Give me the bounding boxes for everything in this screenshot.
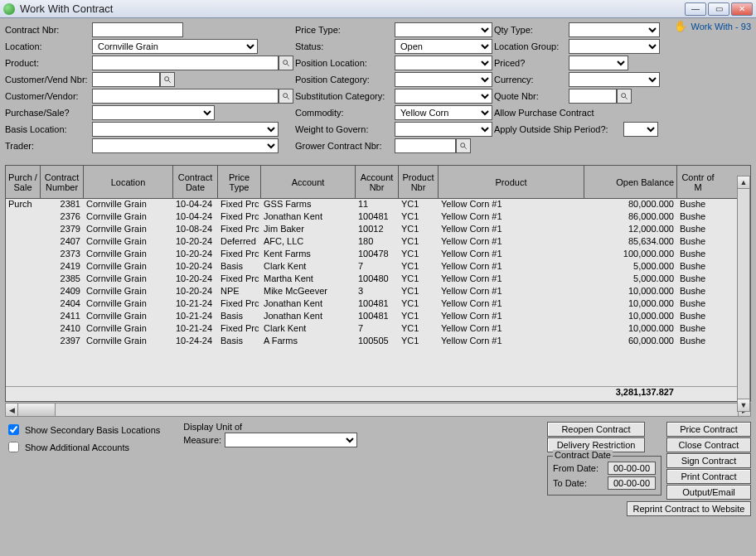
table-cell: Bushe bbox=[677, 261, 719, 273]
position-location-label: Position Location: bbox=[295, 58, 395, 68]
trader-select[interactable] bbox=[92, 138, 279, 153]
product-lookup-icon[interactable] bbox=[279, 56, 293, 70]
quote-nbr-lookup-icon[interactable] bbox=[617, 89, 632, 104]
table-cell: 10-21-24 bbox=[173, 323, 218, 336]
contracts-grid: Purch / Sale Contract Number Location Co… bbox=[5, 165, 751, 402]
table-row[interactable]: 2397Cornville Grain10-24-24BasisA Farms1… bbox=[6, 336, 750, 348]
col-contract-date[interactable]: Contract Date bbox=[173, 166, 218, 198]
qty-type-select[interactable] bbox=[569, 22, 660, 37]
col-account[interactable]: Account bbox=[261, 166, 356, 198]
grid-totals-row: 3,281,137.827 bbox=[6, 386, 750, 401]
table-cell bbox=[6, 286, 41, 298]
currency-select[interactable] bbox=[569, 72, 660, 87]
grower-contract-lookup-icon[interactable] bbox=[456, 138, 471, 153]
col-unit-measure[interactable]: Contr of M bbox=[677, 166, 719, 198]
position-category-select[interactable] bbox=[395, 72, 492, 87]
location-select[interactable]: Cornville Grain bbox=[92, 39, 258, 54]
basis-location-select[interactable] bbox=[92, 122, 279, 137]
col-open-balance[interactable]: Open Balance bbox=[584, 166, 677, 198]
price-type-select[interactable] bbox=[395, 22, 492, 37]
table-row[interactable]: 2419Cornville Grain10-20-24BasisClark Ke… bbox=[6, 261, 750, 273]
grower-contract-nbr-input[interactable] bbox=[395, 138, 456, 153]
reprint-website-button[interactable]: Reprint Contract to Website bbox=[627, 501, 751, 516]
svg-line-7 bbox=[464, 147, 467, 149]
contract-nbr-input[interactable] bbox=[92, 22, 183, 37]
scroll-up-icon[interactable]: ▲ bbox=[738, 176, 749, 189]
cust-vend-nbr-input[interactable] bbox=[92, 72, 160, 87]
maximize-button[interactable]: ▭ bbox=[708, 2, 729, 16]
vertical-scrollbar[interactable]: ▲ ▼ bbox=[737, 176, 750, 412]
display-unit-group: Display Unit of Measure: bbox=[183, 422, 357, 516]
position-location-select[interactable] bbox=[395, 56, 492, 70]
table-cell bbox=[6, 273, 41, 286]
table-cell: Yellow Corn #1 bbox=[439, 286, 584, 298]
reopen-contract-button[interactable]: Reopen Contract bbox=[547, 422, 645, 437]
window-title: Work With Contract bbox=[20, 2, 113, 15]
cust-vendor-input[interactable] bbox=[92, 89, 279, 104]
status-select[interactable]: Open bbox=[395, 39, 492, 54]
from-date-label: From Date: bbox=[553, 463, 604, 473]
grid-body[interactable]: Purch2381Cornville Grain10-04-24Fixed Pr… bbox=[6, 199, 750, 386]
scroll-down-icon[interactable]: ▼ bbox=[738, 399, 749, 411]
form-col-1: Contract Nbr: Location:Cornville Grain P… bbox=[5, 22, 293, 153]
print-contract-button[interactable]: Print Contract bbox=[666, 469, 751, 484]
table-row[interactable]: Purch2381Cornville Grain10-04-24Fixed Pr… bbox=[6, 199, 750, 211]
table-cell: 7 bbox=[356, 323, 399, 336]
apply-outside-select[interactable] bbox=[623, 122, 658, 137]
col-purch-sale[interactable]: Purch / Sale bbox=[6, 166, 41, 198]
product-input[interactable] bbox=[92, 56, 279, 70]
scroll-left-icon[interactable]: ◀ bbox=[6, 404, 18, 416]
table-cell: YC1 bbox=[399, 336, 439, 348]
table-cell: Fixed Prc bbox=[218, 323, 261, 336]
table-row[interactable]: 2404Cornville Grain10-21-24Fixed PrcJona… bbox=[6, 298, 750, 311]
table-row[interactable]: 2407Cornville Grain10-20-24DeferredAFC, … bbox=[6, 236, 750, 249]
col-contract-number[interactable]: Contract Number bbox=[41, 166, 84, 198]
scroll-thumb[interactable] bbox=[18, 404, 56, 416]
purchase-sale-select[interactable] bbox=[92, 105, 215, 120]
table-cell: 10,000.000 bbox=[584, 311, 677, 323]
table-cell: Deferred bbox=[218, 236, 261, 249]
table-cell: 10012 bbox=[356, 224, 399, 236]
substitution-category-select[interactable] bbox=[395, 89, 492, 104]
table-cell: Jim Baker bbox=[261, 224, 356, 236]
show-secondary-checkbox[interactable] bbox=[8, 424, 19, 435]
table-cell: Bushe bbox=[677, 323, 719, 336]
table-cell: 10-20-24 bbox=[173, 236, 218, 249]
quote-nbr-input[interactable] bbox=[569, 89, 617, 104]
col-product-nbr[interactable]: Product Nbr bbox=[399, 166, 439, 198]
sign-contract-button[interactable]: Sign Contract bbox=[666, 453, 751, 468]
close-contract-button[interactable]: Close Contract bbox=[666, 438, 751, 452]
priced-select[interactable] bbox=[569, 56, 628, 70]
col-price-type[interactable]: Price Type bbox=[218, 166, 261, 198]
table-row[interactable]: 2409Cornville Grain10-20-24NPEMike McGee… bbox=[6, 286, 750, 298]
to-date-value[interactable]: 00-00-00 bbox=[608, 476, 656, 490]
table-cell: 2404 bbox=[41, 298, 84, 311]
bottom-controls: Show Secondary Basis Locations Show Addi… bbox=[5, 422, 751, 516]
close-button[interactable]: ✕ bbox=[731, 2, 753, 16]
col-location[interactable]: Location bbox=[84, 166, 173, 198]
table-row[interactable]: 2385Cornville Grain10-20-24Fixed PrcMart… bbox=[6, 273, 750, 286]
table-row[interactable]: 2411Cornville Grain10-21-24BasisJonathan… bbox=[6, 311, 750, 323]
cust-vendor-lookup-icon[interactable] bbox=[279, 89, 293, 104]
col-product[interactable]: Product bbox=[439, 166, 584, 198]
table-row[interactable]: 2379Cornville Grain10-08-24Fixed PrcJim … bbox=[6, 224, 750, 236]
output-email-button[interactable]: Output/Email bbox=[666, 485, 751, 500]
price-contract-button[interactable]: Price Contract bbox=[666, 422, 751, 437]
table-cell: Yellow Corn #1 bbox=[439, 336, 584, 348]
from-date-value[interactable]: 00-00-00 bbox=[608, 462, 656, 475]
horizontal-scrollbar[interactable]: ◀ ▶ bbox=[5, 403, 751, 417]
location-group-select[interactable] bbox=[569, 39, 660, 54]
display-unit-select[interactable] bbox=[225, 433, 357, 447]
table-row[interactable]: 2376Cornville Grain10-04-24Fixed PrcJona… bbox=[6, 211, 750, 224]
table-cell bbox=[6, 311, 41, 323]
weight-govern-select[interactable] bbox=[395, 122, 492, 137]
cust-vend-nbr-lookup-icon[interactable] bbox=[160, 72, 175, 87]
col-account-nbr[interactable]: Account Nbr bbox=[356, 166, 399, 198]
table-row[interactable]: 2373Cornville Grain10-20-24Fixed PrcKent… bbox=[6, 249, 750, 261]
commodity-select[interactable]: Yellow Corn bbox=[395, 105, 492, 120]
table-row[interactable]: 2410Cornville Grain10-21-24Fixed PrcClar… bbox=[6, 323, 750, 336]
show-additional-checkbox[interactable] bbox=[8, 442, 19, 452]
table-cell: Clark Kent bbox=[261, 261, 356, 273]
table-cell: 2410 bbox=[41, 323, 84, 336]
minimize-button[interactable]: — bbox=[685, 2, 706, 16]
